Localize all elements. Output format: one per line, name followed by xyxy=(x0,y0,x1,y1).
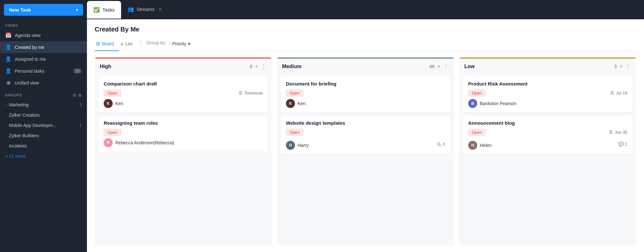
comments-value: 1 xyxy=(625,142,627,147)
group-by-label: Group by: xyxy=(147,40,166,49)
avatar: K xyxy=(104,99,113,108)
column-add-low[interactable]: + xyxy=(619,63,623,70)
sidebar: New Task ▾ VIEWS 📅 Agenda view 👤 Created… xyxy=(0,0,87,252)
view-divider: | xyxy=(140,40,141,50)
date-value: Tomorrow xyxy=(244,91,263,95)
card-title: Reassigning team roles xyxy=(104,120,263,126)
card-date: 🗓 Tomorrow xyxy=(239,91,263,95)
card-meta: Open xyxy=(286,129,445,136)
chevron-right-icon: › xyxy=(5,144,6,148)
board-icon: ⊞ xyxy=(96,41,100,47)
date-value: Jul 19 xyxy=(616,91,627,95)
sidebar-item-label: Assigned to me xyxy=(15,57,82,62)
groups-header: GROUPS ⚙ ⊕ xyxy=(0,89,87,100)
card-comparison-chart[interactable]: Comparison chart draft Open 🗓 Tomorrow K… xyxy=(99,76,268,113)
card-footer: H Helen 💬 1 xyxy=(468,138,627,150)
column-cards-medium: Document for briefing Open K Ken Website… xyxy=(277,74,454,246)
group-by-value: Priority xyxy=(172,41,186,46)
status-badge: Open xyxy=(286,129,303,136)
sidebar-item-personal-tasks[interactable]: 👤 Personal tasks 25 xyxy=(0,65,87,77)
more-groups-link[interactable]: + 11 more xyxy=(0,151,87,161)
assignee-name: Ken xyxy=(115,101,123,106)
card-website-design[interactable]: Website design templates Open H Harry 📎 xyxy=(281,116,450,154)
card-product-risk[interactable]: Product Risk Assessment Open 🗓 Jul 19 B … xyxy=(463,76,632,113)
unified-icon: ⊕ xyxy=(5,80,12,86)
card-document-briefing[interactable]: Document for briefing Open K Ken xyxy=(281,76,450,113)
sidebar-item-unified-view[interactable]: ⊕ Unified view xyxy=(0,77,87,89)
sidebar-item-label: Personal tasks xyxy=(15,68,70,74)
card-date: 🗓 Jul 19 xyxy=(610,91,627,95)
attachment-value: 3 xyxy=(443,142,445,147)
tab-bar: ✅ Tasks 👥 Streams ✕ xyxy=(87,0,644,19)
tab-tasks-label: Tasks xyxy=(102,7,115,13)
tab-tasks[interactable]: ✅ Tasks xyxy=(87,1,121,19)
card-title: Comparison chart draft xyxy=(104,81,263,86)
chevron-right-icon: › xyxy=(5,103,6,107)
priority-icon: ! xyxy=(169,41,170,46)
close-icon[interactable]: ✕ xyxy=(158,7,162,12)
group-item-label: Zylker Builders xyxy=(9,133,82,138)
content-area: Created By Me ⊞ Board ≡ List | Group by:… xyxy=(87,19,644,252)
group-item-zylker-builders[interactable]: › Zylker Builders xyxy=(0,130,87,141)
column-medium: Medium 88 + ⋮ Document for briefing Open… xyxy=(277,58,454,246)
sidebar-item-agenda[interactable]: 📅 Agenda view xyxy=(0,29,87,41)
chevron-down-icon: ▾ xyxy=(76,8,78,12)
group-item-incidents[interactable]: › Incidents xyxy=(0,141,87,151)
group-item-count: 5 xyxy=(80,103,82,107)
card-announcement-blog[interactable]: Announcement blog Open 🗓 Jun 30 H Hel xyxy=(463,116,632,154)
card-date: 🗓 Jun 30 xyxy=(609,130,627,135)
status-badge: Open xyxy=(468,90,486,96)
comments-icon: 💬 xyxy=(619,142,624,147)
groups-actions[interactable]: ⚙ ⊕ xyxy=(72,93,82,98)
chevron-right-icon: › xyxy=(5,113,6,117)
attachment-icon: 📎 xyxy=(436,142,441,147)
status-badge: Open xyxy=(286,90,303,96)
avatar: H xyxy=(286,141,295,150)
calendar-icon: 🗓 xyxy=(239,91,243,95)
tasks-tab-icon: ✅ xyxy=(93,7,100,13)
assignee-name: Harry xyxy=(298,143,308,148)
user-icon: 👤 xyxy=(5,56,12,62)
column-add-medium[interactable]: + xyxy=(437,63,440,70)
tab-streams[interactable]: 👥 Streams ✕ xyxy=(121,0,168,19)
card-assignee: R Rebecca Anderson(Rebecca) xyxy=(104,138,263,147)
group-by-button[interactable]: ! Priority ▾ xyxy=(166,39,194,50)
tab-streams-label: Streams xyxy=(137,6,155,12)
card-meta: Open 🗓 Jul 19 xyxy=(468,90,627,96)
column-menu-high[interactable]: ⋮ xyxy=(261,63,267,70)
status-badge: Open xyxy=(104,90,121,96)
tab-board[interactable]: ⊞ Board xyxy=(95,38,119,51)
agenda-icon: 📅 xyxy=(5,32,12,38)
assignee-name: Ken xyxy=(298,101,306,106)
card-title: Website design templates xyxy=(286,120,445,126)
column-menu-low[interactable]: ⋮ xyxy=(625,63,631,70)
column-add-high[interactable]: + xyxy=(255,63,258,70)
card-reassigning-team[interactable]: Reassigning team roles Open R Rebecca An… xyxy=(99,116,268,152)
personal-tasks-count: 25 xyxy=(73,68,82,74)
attachment-count: 📎 3 xyxy=(436,142,445,147)
board-label: Board xyxy=(102,41,114,46)
avatar: R xyxy=(104,138,113,147)
main-content: ✅ Tasks 👥 Streams ✕ Created By Me ⊞ Boar… xyxy=(87,0,644,252)
sidebar-item-assigned-to-me[interactable]: 👤 Assigned to me xyxy=(0,53,87,65)
sidebar-item-label: Created by me xyxy=(15,45,82,50)
card-assignee: B Bankston Pearson xyxy=(468,99,627,108)
avatar: H xyxy=(468,141,477,150)
new-task-label: New Task xyxy=(9,7,31,13)
group-item-zylker-creators[interactable]: › Zylker Creators xyxy=(0,110,87,120)
column-high: High 8 + ⋮ Comparison chart draft Open 🗓… xyxy=(95,58,272,246)
sidebar-item-created-by-me[interactable]: 👤 Created by me xyxy=(0,41,87,53)
assignee-name: Helen xyxy=(480,143,492,148)
group-item-marketing[interactable]: › Marketing 5 xyxy=(0,100,87,110)
card-footer: H Harry 📎 3 xyxy=(286,138,445,150)
column-menu-medium[interactable]: ⋮ xyxy=(443,63,449,70)
card-title: Announcement blog xyxy=(468,120,627,126)
group-item-mobile-app[interactable]: › Mobile App Developm... 1 xyxy=(0,120,87,130)
new-task-button[interactable]: New Task ▾ xyxy=(4,4,83,16)
tab-list[interactable]: ≡ List xyxy=(119,39,137,51)
list-label: List xyxy=(125,41,132,46)
chevron-down-icon: ▾ xyxy=(188,41,190,46)
column-header-medium: Medium 88 + ⋮ xyxy=(277,58,454,74)
view-controls: ⊞ Board ≡ List | Group by: ! Priority ▾ xyxy=(95,38,636,51)
card-meta: Open xyxy=(286,90,445,96)
